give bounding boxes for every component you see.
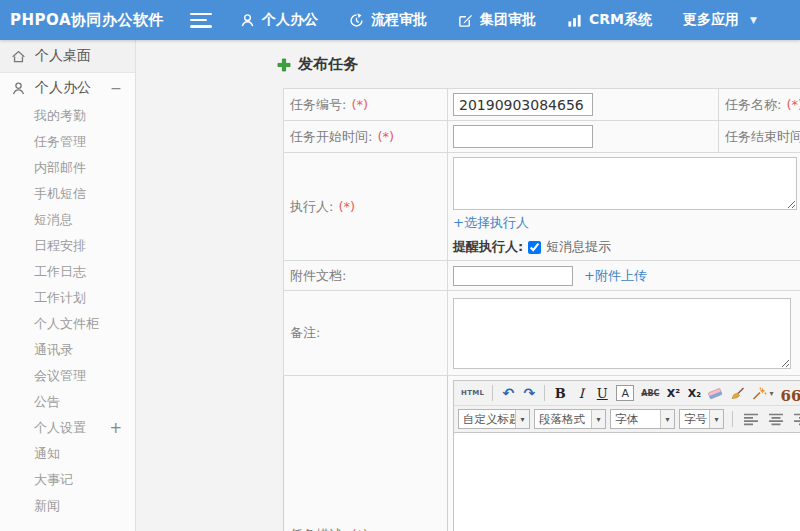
sidebar-submenu: 我的考勤 任务管理 内部邮件 手机短信 短消息 日程安排 工作日志 工作计划 个…: [0, 103, 135, 519]
hamburger-icon: [190, 13, 212, 16]
html-source-button[interactable]: HTML: [458, 383, 487, 403]
remind-executor-label: 提醒执行人:: [453, 238, 523, 256]
dropdown-arrow-icon: ▾: [709, 410, 723, 428]
superscript-button[interactable]: X²: [663, 383, 683, 403]
attachment-label: 附件文档:: [284, 261, 448, 291]
nav-item-more-apps[interactable]: 更多应用 ▼: [677, 7, 763, 33]
sidebar-item-notice[interactable]: 通知: [0, 441, 135, 467]
align-left-icon: [744, 413, 759, 426]
paragraph-format-dropdown[interactable]: 段落格式▾: [534, 409, 606, 429]
redo-button[interactable]: ↷: [519, 383, 539, 403]
nav-item-group-approval[interactable]: 集团审批: [452, 7, 542, 33]
nav-item-crm[interactable]: CRM系统: [561, 7, 658, 33]
phpoa-app-window: PHPOA协同办公软件 个人办公 流程审批 集团审批 CRM系统 更多应用: [0, 0, 800, 531]
user-icon: [11, 81, 26, 96]
undo-button[interactable]: ↶: [498, 383, 518, 403]
sidebar-item-major-events[interactable]: 大事记: [0, 467, 135, 493]
font-style-button[interactable]: A: [613, 383, 637, 403]
font-family-dropdown[interactable]: 字体▾: [610, 409, 675, 429]
choose-executor-link[interactable]: +选择执行人: [453, 214, 529, 232]
blockquote-button[interactable]: 66: [777, 383, 800, 403]
sidebar-item-personal-office[interactable]: 个人办公 −: [0, 73, 135, 103]
executor-input[interactable]: [453, 157, 797, 210]
sidebar-item-label: 个人办公: [35, 79, 91, 97]
start-time-input[interactable]: [453, 125, 593, 148]
editor-toolbar-row1: HTML ↶ ↷ B I U A ABC X² X₂: [454, 381, 800, 406]
sidebar-item-personal-desktop[interactable]: 个人桌面: [0, 40, 135, 73]
collapse-toggle-icon[interactable]: −: [110, 81, 122, 95]
sidebar-item-label: 个人桌面: [35, 47, 91, 65]
subscript-button[interactable]: X₂: [684, 383, 704, 403]
custom-title-dropdown[interactable]: 自定义标题▾: [458, 409, 530, 429]
dropdown-arrow-icon: ▾: [591, 410, 605, 428]
align-left-button[interactable]: [741, 409, 762, 429]
remark-label: 备注:: [284, 291, 448, 376]
nav-label: CRM系统: [589, 11, 652, 29]
align-center-button[interactable]: [766, 409, 787, 429]
eraser-icon: [708, 387, 723, 400]
sidebar-item-short-message[interactable]: 短消息: [0, 207, 135, 233]
sidebar-item-contacts[interactable]: 通讯录: [0, 337, 135, 363]
expand-toggle-icon[interactable]: +: [109, 421, 122, 436]
workflow-clock-icon: [349, 13, 364, 28]
font-size-dropdown[interactable]: 字号▾: [679, 409, 724, 429]
sidebar-item-task-management[interactable]: 任务管理: [0, 129, 135, 155]
sidebar-item-schedule[interactable]: 日程安排: [0, 233, 135, 259]
strikethrough-button[interactable]: ABC: [638, 383, 662, 403]
task-no-input[interactable]: [453, 93, 593, 116]
align-center-icon: [769, 413, 784, 426]
eraser-button[interactable]: [705, 383, 726, 403]
topbar: PHPOA协同办公软件 个人办公 流程审批 集团审批 CRM系统 更多应用: [0, 0, 800, 40]
nav-item-workflow-approval[interactable]: 流程审批: [343, 7, 433, 33]
sidebar-item-personal-settings[interactable]: 个人设置+: [0, 415, 135, 441]
nav-item-personal-office[interactable]: 个人办公: [234, 7, 324, 33]
sidebar-item-my-attendance[interactable]: 我的考勤: [0, 103, 135, 129]
nav-label: 流程审批: [371, 11, 427, 29]
align-right-button[interactable]: [791, 409, 800, 429]
italic-button[interactable]: I: [571, 383, 591, 403]
nav-label: 个人办公: [262, 11, 318, 29]
task-no-label: 任务编号:(*): [284, 89, 448, 121]
underline-button[interactable]: U: [592, 383, 612, 403]
attachment-input[interactable]: [453, 266, 573, 286]
app-logo: PHPOA协同办公软件: [0, 11, 178, 30]
format-brush-button[interactable]: [727, 383, 748, 403]
nav-label: 集团审批: [480, 11, 536, 29]
dropdown-arrow-icon: ▾: [660, 410, 674, 428]
dropdown-arrow-icon: ▾: [515, 410, 529, 428]
sidebar-item-news[interactable]: 新闻: [0, 493, 135, 519]
edit-icon: [458, 13, 473, 28]
home-icon: [11, 49, 26, 64]
sidebar: 个人桌面 个人办公 − 我的考勤 任务管理 内部邮件 手机短信 短消息 日程安排…: [0, 40, 136, 531]
editor-content-area[interactable]: [454, 433, 800, 531]
caret-down-icon: ▼: [750, 15, 757, 25]
top-navigation: 个人办公 流程审批 集团审批 CRM系统 更多应用 ▼: [234, 7, 763, 33]
auto-typeset-button[interactable]: ▾: [749, 383, 776, 403]
attachment-upload-link[interactable]: +附件上传: [584, 267, 647, 285]
task-name-label: 任务名称:(*): [719, 89, 800, 121]
start-time-label: 任务开始时间:(*): [284, 121, 448, 153]
editor-toolbar-row2: 自定义标题▾ 段落格式▾ 字体▾ 字号▾: [454, 406, 800, 433]
align-right-icon: [794, 413, 800, 426]
sidebar-item-work-plan[interactable]: 工作计划: [0, 285, 135, 311]
main-content: 发布任务 任务编号:(*) 任务名称:(*) 任务开始时间:(*) 任务结束时间…: [136, 40, 800, 531]
add-icon: [277, 58, 291, 72]
sidebar-item-work-log[interactable]: 工作日志: [0, 259, 135, 285]
caret-down-icon: ▾: [769, 389, 773, 398]
sidebar-item-meeting-management[interactable]: 会议管理: [0, 363, 135, 389]
user-icon: [240, 13, 255, 28]
bold-button[interactable]: B: [550, 383, 570, 403]
sidebar-item-announcement[interactable]: 公告: [0, 389, 135, 415]
end-time-label: 任务结束时间:(*): [719, 121, 800, 153]
sidebar-item-mobile-sms[interactable]: 手机短信: [0, 181, 135, 207]
page-title: 发布任务: [277, 55, 358, 74]
broom-icon: [730, 387, 745, 400]
remark-input[interactable]: [453, 298, 791, 369]
sms-remind-label: 短消息提示: [546, 238, 611, 256]
sidebar-item-personal-files[interactable]: 个人文件柜: [0, 311, 135, 337]
executor-label: 执行人:(*): [284, 153, 448, 261]
sms-remind-checkbox[interactable]: [528, 241, 541, 254]
sidebar-item-internal-mail[interactable]: 内部邮件: [0, 155, 135, 181]
menu-toggle-button[interactable]: [190, 13, 212, 28]
publish-task-form: 任务编号:(*) 任务名称:(*) 任务开始时间:(*) 任务结束时间:(*) …: [283, 88, 800, 531]
